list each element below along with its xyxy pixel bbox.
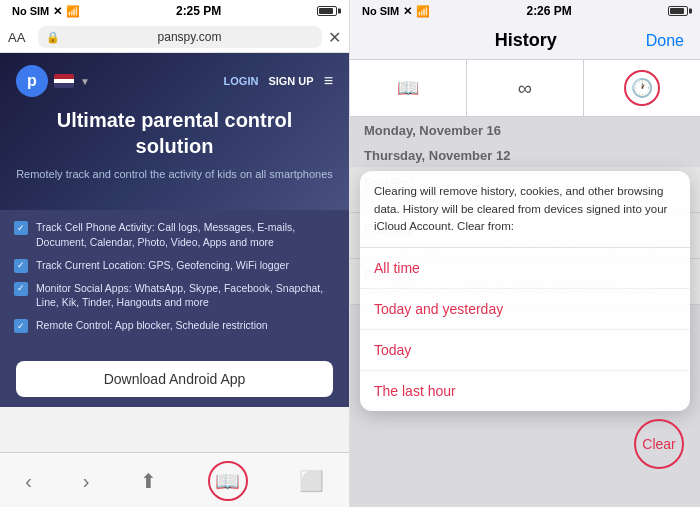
status-carrier-left: No SIM ✕ 📶 — [12, 5, 80, 18]
dropdown-arrow-icon: ▼ — [80, 76, 90, 87]
aa-button[interactable]: AA — [8, 30, 32, 45]
features-section: ✓ Track Cell Phone Activity: Call logs, … — [0, 210, 349, 351]
time-right: 2:26 PM — [526, 4, 571, 18]
carrier-text-right: No SIM — [362, 5, 399, 17]
download-button[interactable]: Download Android App — [16, 361, 333, 397]
tab-reading-list[interactable]: ∞ — [467, 60, 584, 116]
close-tab-button[interactable]: ✕ — [328, 28, 341, 47]
option-last-hour[interactable]: The last hour — [360, 371, 690, 411]
battery-icon-left — [317, 6, 337, 16]
clear-button-circle[interactable]: Clear — [634, 419, 684, 469]
carrier-text-left: No SIM — [12, 5, 49, 17]
sim-icon-left: ✕ — [53, 5, 62, 18]
feature-text-1: Track Cell Phone Activity: Call logs, Me… — [36, 220, 335, 249]
status-bar-right: No SIM ✕ 📶 2:26 PM — [350, 0, 700, 22]
reading-list-icon: ∞ — [518, 77, 532, 100]
check-icon-1: ✓ — [14, 221, 28, 235]
check-icon-2: ✓ — [14, 259, 28, 273]
tabs-button[interactable]: ⬜ — [299, 469, 324, 493]
forward-button[interactable]: › — [83, 470, 90, 493]
panspy-logo: p — [16, 65, 48, 97]
popup-bottom-bar: Clear — [350, 411, 700, 477]
bookmarks-icon: 📖 — [215, 469, 240, 493]
tab-history[interactable]: 🕐 — [584, 60, 700, 116]
option-today-yesterday[interactable]: Today and yesterday — [360, 289, 690, 330]
feature-item-3: ✓ Monitor Social Apps: WhatsApp, Skype, … — [14, 281, 335, 310]
wifi-icon-right: 📶 — [416, 5, 430, 18]
logo-area: p ▼ — [16, 65, 90, 97]
right-phone: No SIM ✕ 📶 2:26 PM History Done 📖 ∞ 🕐 — [350, 0, 700, 507]
clear-button-label: Clear — [642, 436, 675, 452]
popup-overlay: Clearing will remove history, cookies, a… — [350, 117, 700, 507]
history-list: Monday, November 16 Thursday, November 1… — [350, 117, 700, 507]
time-left: 2:25 PM — [176, 4, 221, 18]
option-all-time[interactable]: All time — [360, 248, 690, 289]
url-bar[interactable]: 🔒 panspy.com — [38, 26, 322, 48]
feature-text-3: Monitor Social Apps: WhatsApp, Skype, Fa… — [36, 281, 335, 310]
back-button[interactable]: ‹ — [25, 470, 32, 493]
browser-bar: AA 🔒 panspy.com ✕ — [0, 22, 349, 53]
download-btn-area: Download Android App — [0, 351, 349, 407]
status-bar-left: No SIM ✕ 📶 2:25 PM — [0, 0, 349, 22]
browser-content: p ▼ LOGIN SIGN UP ≡ Ultimate parental co… — [0, 53, 349, 452]
wifi-icon-left: 📶 — [66, 5, 80, 18]
feature-item-1: ✓ Track Cell Phone Activity: Call logs, … — [14, 220, 335, 249]
login-link[interactable]: LOGIN — [224, 75, 259, 87]
signup-link[interactable]: SIGN UP — [268, 75, 313, 87]
popup-message: Clearing will remove history, cookies, a… — [360, 171, 690, 248]
popup-options: All time Today and yesterday Today The l… — [360, 248, 690, 411]
browser-toolbar: ‹ › ⬆ 📖 ⬜ — [0, 452, 349, 507]
clock-icon: 🕐 — [631, 77, 653, 99]
feature-text-2: Track Current Location: GPS, Geofencing,… — [36, 258, 289, 273]
history-header: History Done — [350, 22, 700, 60]
hamburger-menu-icon[interactable]: ≡ — [324, 72, 333, 90]
battery-area-right — [668, 6, 688, 16]
check-icon-4: ✓ — [14, 319, 28, 333]
sim-icon-right: ✕ — [403, 5, 412, 18]
bookmarks-tab-icon: 📖 — [397, 77, 419, 99]
option-today[interactable]: Today — [360, 330, 690, 371]
popup-tooltip-box: Clearing will remove history, cookies, a… — [360, 171, 690, 411]
lock-icon: 🔒 — [46, 31, 60, 44]
url-text: panspy.com — [65, 30, 314, 44]
feature-text-4: Remote Control: App blocker, Schedule re… — [36, 318, 268, 333]
check-icon-3: ✓ — [14, 282, 28, 296]
clear-popup: Clearing will remove history, cookies, a… — [350, 171, 700, 477]
site-header: p ▼ LOGIN SIGN UP ≡ — [16, 65, 333, 97]
flag-icon — [54, 74, 74, 88]
left-phone: No SIM ✕ 📶 2:25 PM AA 🔒 panspy.com ✕ p ▼ — [0, 0, 350, 507]
battery-icon-right — [668, 6, 688, 16]
bookmarks-button-circle[interactable]: 📖 — [208, 461, 248, 501]
feature-item-2: ✓ Track Current Location: GPS, Geofencin… — [14, 258, 335, 273]
feature-item-4: ✓ Remote Control: App blocker, Schedule … — [14, 318, 335, 333]
hero-section: p ▼ LOGIN SIGN UP ≡ Ultimate parental co… — [0, 53, 349, 210]
nav-links: LOGIN SIGN UP ≡ — [224, 72, 333, 90]
carrier-right: No SIM ✕ 📶 — [362, 5, 430, 18]
tab-bookmarks[interactable]: 📖 — [350, 60, 467, 116]
history-title: History — [406, 30, 646, 51]
done-button[interactable]: Done — [646, 32, 684, 50]
hero-subtitle: Remotely track and control the activity … — [16, 167, 333, 182]
share-button[interactable]: ⬆ — [140, 469, 157, 493]
history-tabs: 📖 ∞ 🕐 — [350, 60, 700, 117]
hero-title: Ultimate parental control solution — [16, 107, 333, 159]
battery-area-left — [317, 6, 337, 16]
clock-circle: 🕐 — [624, 70, 660, 106]
